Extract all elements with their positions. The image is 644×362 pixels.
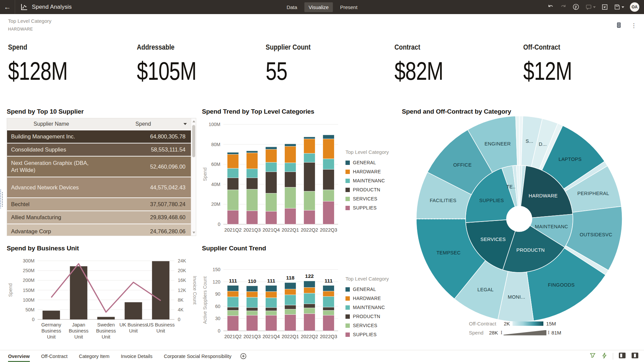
bar-segment-hardware[interactable]	[247, 292, 258, 297]
bar-segment-general[interactable]	[285, 283, 296, 289]
table-row[interactable]: Next Generation Graphix (DBA, Art Wilde)…	[7, 157, 191, 177]
table-row[interactable]: Bechtel37,507,780.24	[7, 198, 191, 211]
bar-segment-hardware[interactable]	[266, 149, 277, 163]
bar-segment-maintenanc[interactable]	[247, 297, 258, 308]
column-header-supplier-name[interactable]: Supplier Name	[7, 118, 96, 130]
legend-item-general[interactable]: GENERAL	[345, 160, 396, 165]
table-scrollbar[interactable]	[191, 118, 196, 236]
bar-segment-maintenanc[interactable]	[247, 169, 258, 178]
bar-segment-maintenanc[interactable]	[285, 163, 296, 172]
bar-segment-maintenanc[interactable]	[266, 162, 277, 172]
bar-segment-hardware[interactable]	[304, 139, 315, 153]
bar-segment-hardware[interactable]	[323, 291, 334, 297]
bar-segment-general[interactable]	[266, 286, 277, 292]
bar-segment-services[interactable]	[285, 309, 296, 314]
bar-segment-services[interactable]	[323, 190, 334, 201]
kpi-tile-supplier-count[interactable]: Supplier Count55	[258, 43, 386, 98]
bar-segment-supplies[interactable]	[323, 315, 334, 331]
table-row[interactable]: Building Management Inc.64,800,305.78	[7, 130, 191, 143]
legend-item-supplies[interactable]: SUPPLIES	[345, 205, 396, 210]
undo-icon[interactable]	[547, 4, 554, 10]
bar-segment-services[interactable]	[227, 190, 239, 210]
panel-resize-handle[interactable]	[0, 190, 3, 208]
bar-segment-general[interactable]	[247, 151, 258, 153]
bar-segment-productn[interactable]	[323, 169, 334, 190]
bar-segment-hardware[interactable]	[285, 289, 296, 295]
bar-segment-productn[interactable]	[304, 304, 315, 308]
bar-segment-hardware[interactable]	[323, 139, 334, 159]
bar-segment-productn[interactable]	[285, 172, 296, 187]
bar-segment-productn[interactable]	[227, 178, 239, 190]
bar-segment-supplies[interactable]	[247, 315, 258, 331]
canvas-tab-off-contract[interactable]: Off-Contract	[41, 351, 68, 362]
bar-segment-maintenanc[interactable]	[323, 159, 334, 169]
bar-segment-services[interactable]	[266, 311, 277, 315]
table-row[interactable]: Advantage Corp24,766,280.06	[7, 224, 191, 236]
bar-segment-services[interactable]	[323, 310, 334, 315]
user-avatar[interactable]: OA	[630, 2, 639, 12]
bar-segment-maintenanc[interactable]	[304, 153, 315, 162]
bar-segment-services[interactable]	[266, 193, 277, 212]
insights-icon[interactable]	[572, 3, 580, 11]
table-row[interactable]: Allied Manufacturing29,839,468.60	[7, 211, 191, 224]
bar-segment-general[interactable]	[266, 147, 277, 149]
filter-controls-icon[interactable]	[615, 21, 622, 30]
legend-item-maintenanc[interactable]: MAINTENANC	[345, 178, 396, 183]
comments-icon[interactable]	[585, 4, 596, 10]
bar-segment-general[interactable]	[323, 135, 334, 139]
kpi-tile-off-contract[interactable]: Off-Contract$12M	[515, 43, 644, 98]
legend-item-productn[interactable]: PRODUCTN	[345, 314, 396, 319]
legend-item-supplies[interactable]: SUPPLIES	[345, 332, 396, 337]
legend-item-hardware[interactable]: HARDWARE	[345, 296, 396, 301]
spend-bar[interactable]	[43, 311, 60, 319]
kpi-tile-addressable[interactable]: Addressable$105M	[129, 43, 258, 98]
bar-segment-maintenanc[interactable]	[304, 293, 315, 304]
bar-segment-general[interactable]	[227, 152, 239, 154]
sort-desc-icon[interactable]	[183, 123, 187, 125]
table-row[interactable]: Advanced Network Devices44,575,042.43	[7, 177, 191, 198]
supplier-count-chart[interactable]: 03060901201501112021Q21102021Q31112021Q4…	[201, 254, 346, 351]
legend-item-hardware[interactable]: HARDWARE	[345, 169, 396, 174]
bar-segment-maintenanc[interactable]	[227, 168, 239, 178]
bar-segment-productn[interactable]	[247, 178, 258, 189]
bar-segment-services[interactable]	[247, 311, 258, 315]
bar-segment-hardware[interactable]	[227, 154, 239, 168]
bar-segment-services[interactable]	[247, 189, 258, 211]
redo-icon[interactable]	[560, 4, 567, 10]
bar-segment-productn[interactable]	[304, 162, 315, 191]
bar-segment-general[interactable]	[304, 281, 315, 288]
bar-segment-supplies[interactable]	[285, 314, 296, 331]
filter-canvas-icon[interactable]	[589, 352, 596, 360]
spend-bar[interactable]	[125, 302, 142, 319]
present-window-icon[interactable]	[601, 4, 608, 10]
kpi-tile-spend[interactable]: Spend$128M	[0, 43, 129, 98]
bar-segment-maintenanc[interactable]	[285, 295, 296, 305]
bar-segment-supplies[interactable]	[304, 210, 315, 224]
bar-segment-services[interactable]	[285, 187, 296, 208]
mode-tab-visualize[interactable]: Visualize	[304, 2, 333, 12]
column-header-spend[interactable]: Spend	[96, 118, 191, 130]
bar-segment-hardware[interactable]	[227, 291, 239, 297]
bar-segment-hardware[interactable]	[266, 292, 277, 298]
canvas-tab-corporate-social-responsibility[interactable]: Corporate Social Responsibility	[164, 351, 232, 362]
legend-item-maintenanc[interactable]: MAINTENANC	[345, 305, 396, 310]
legend-item-services[interactable]: SERVICES	[345, 323, 396, 328]
canvas-menu-icon[interactable]: ⋮	[631, 23, 637, 28]
legend-item-general[interactable]: GENERAL	[345, 287, 396, 292]
bar-segment-hardware[interactable]	[247, 153, 258, 169]
bar-segment-maintenanc[interactable]	[323, 297, 334, 307]
back-button[interactable]: ←	[0, 0, 15, 14]
bar-segment-productn[interactable]	[323, 307, 334, 310]
bar-segment-productn[interactable]	[247, 307, 258, 311]
bar-segment-productn[interactable]	[227, 307, 239, 310]
bar-segment-maintenanc[interactable]	[227, 297, 239, 307]
bar-segment-general[interactable]	[247, 286, 258, 292]
spend-bar[interactable]	[97, 317, 115, 319]
bar-segment-hardware[interactable]	[304, 288, 315, 293]
bar-segment-supplies[interactable]	[227, 316, 239, 331]
layout-left-panel-icon[interactable]	[619, 352, 626, 360]
invoice-count-line[interactable]	[51, 264, 161, 312]
bar-segment-maintenanc[interactable]	[266, 298, 277, 307]
bar-segment-supplies[interactable]	[247, 211, 258, 224]
bar-segment-supplies[interactable]	[266, 315, 277, 331]
